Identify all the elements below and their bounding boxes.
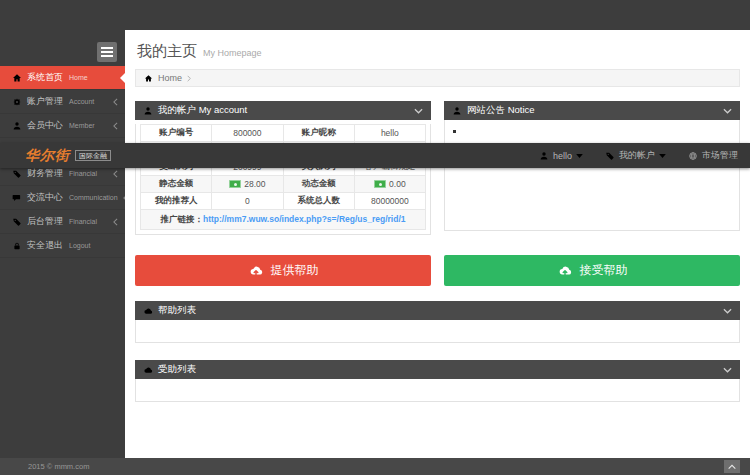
table-cell-value: hello <box>354 125 425 142</box>
promo-link-label: 推广链接： <box>160 214 203 224</box>
account-panel-header[interactable]: 我的帐户 My account <box>135 101 431 120</box>
sidebar-item-sublabel: Financial <box>69 218 97 225</box>
sidebar-item-home[interactable]: 系统首页 Home <box>0 66 125 90</box>
tag-icon <box>12 217 22 227</box>
caret-down-icon <box>576 154 583 158</box>
sidebar-item-sublabel: Financial <box>69 170 97 177</box>
tag-icon <box>12 169 22 179</box>
chevron-down-icon <box>723 367 732 373</box>
table-cell-label: 动态金额 <box>283 176 354 193</box>
sidebar-item-logout[interactable]: 安全退出 Logout <box>0 234 125 258</box>
sidebar-item-label: 财务管理 <box>27 167 63 180</box>
chevron-left-icon <box>113 170 118 178</box>
user-icon <box>539 151 549 161</box>
navbar-item-label: hello <box>553 151 572 161</box>
chevron-right-icon <box>187 75 191 82</box>
aided-list-panel: 受助列表 <box>135 360 740 402</box>
logo-tagline: 国际金融 <box>75 150 111 161</box>
cloud-icon <box>143 306 153 316</box>
chevron-left-icon <box>113 98 118 106</box>
table-cell-value: 28.00 <box>212 176 283 193</box>
globe-icon <box>688 151 698 161</box>
table-cell-label: 系统总人数 <box>283 193 354 210</box>
provide-help-button[interactable]: 提供帮助 <box>135 255 431 286</box>
table-cell-label: 账户昵称 <box>283 125 354 142</box>
table-cell-value: 0 <box>212 193 283 210</box>
sidebar-item-label: 会员中心 <box>27 119 63 132</box>
chevron-up-icon <box>728 464 736 470</box>
page-header: 我的主页 My Homepage <box>137 42 740 61</box>
aided-list-title: 受助列表 <box>158 363 196 376</box>
gear-icon <box>12 97 22 107</box>
navbar-account-menu[interactable]: 我的帐户 <box>605 149 666 162</box>
navbar-market-link[interactable]: 市场管理 <box>688 149 738 162</box>
navbar-user-menu[interactable]: hello <box>539 151 583 161</box>
navbar-item-label: 市场管理 <box>702 149 738 162</box>
table-cell-value: 80000000 <box>354 193 425 210</box>
sidebar-item-backend[interactable]: 后台管理 Financial <box>0 210 125 234</box>
sidebar-item-label: 交流中心 <box>27 191 63 204</box>
copyright-text: 2015 © mmm.com <box>28 462 89 471</box>
chevron-down-icon <box>723 108 732 114</box>
sidebar-item-sublabel: Member <box>69 122 95 129</box>
sidebar-item-label: 安全退出 <box>27 239 63 252</box>
site-logo: 华尔街 国际金融 <box>25 147 111 165</box>
chevron-down-icon <box>723 308 732 314</box>
table-cell-label: 账户编号 <box>141 125 212 142</box>
sidebar-item-sublabel: Logout <box>69 242 90 249</box>
chevron-left-icon <box>113 218 118 226</box>
footer: 2015 © mmm.com <box>0 458 750 475</box>
account-panel: 我的帐户 My account 账户编号 800000 账户昵称 hello <box>135 101 431 235</box>
main-content: 我的主页 My Homepage Home 我的帐户 My account 账户… <box>125 30 750 458</box>
money-icon <box>374 180 386 188</box>
referral-link[interactable]: http://mm7.wuw.so/index.php?s=/Reg/us_re… <box>203 214 406 224</box>
logo-text: 华尔街 <box>25 147 70 165</box>
sidebar-item-sublabel: Communication <box>69 194 118 201</box>
user-icon <box>143 106 153 116</box>
table-row: 账户编号 800000 账户昵称 hello <box>141 125 426 142</box>
sidebar-item-member[interactable]: 会员中心 Member <box>0 114 125 138</box>
account-table: 账户编号 800000 账户昵称 hello 支出队列 <box>140 124 426 230</box>
aided-list-header[interactable]: 受助列表 <box>135 360 740 379</box>
scroll-top-button[interactable] <box>724 460 740 473</box>
navbar-item-label: 我的帐户 <box>619 149 655 162</box>
table-row: 静态金额 28.00 动态金额 0.00 <box>141 176 426 193</box>
navbar-menu: hello 我的帐户 市场管理 <box>539 149 738 162</box>
home-icon <box>12 73 22 83</box>
menu-toggle-button[interactable] <box>97 42 117 62</box>
table-row-promo: 推广链接：http://mm7.wuw.so/index.php?s=/Reg/… <box>141 210 426 230</box>
sidebar-item-label: 账户管理 <box>27 95 63 108</box>
button-label: 接受帮助 <box>580 262 628 279</box>
home-icon <box>144 74 153 83</box>
breadcrumb: Home <box>135 69 740 87</box>
cloud-upload-icon <box>557 264 573 277</box>
cloud-icon <box>143 365 153 375</box>
user-icon <box>12 121 22 131</box>
notice-panel-title: 网站公告 Notice <box>467 104 535 117</box>
notice-panel-body <box>444 120 740 231</box>
page-title: 我的主页 <box>137 42 197 61</box>
chevron-left-icon <box>113 122 118 130</box>
sidebar-item-label: 系统首页 <box>27 71 63 84</box>
sidebar-item-sublabel: Account <box>69 98 94 105</box>
aided-list-body <box>135 379 740 402</box>
notice-bullet <box>453 130 456 133</box>
caret-down-icon <box>659 154 666 158</box>
sidebar-item-sublabel: Home <box>69 74 88 81</box>
table-row: 我的推荐人 0 系统总人数 80000000 <box>141 193 426 210</box>
page-subtitle: My Homepage <box>203 48 262 58</box>
sidebar-item-account[interactable]: 账户管理 Account <box>0 90 125 114</box>
table-cell-value: 0.00 <box>354 176 425 193</box>
accept-help-button[interactable]: 接受帮助 <box>444 255 740 286</box>
notice-panel-header[interactable]: 网站公告 Notice <box>444 101 740 120</box>
help-list-header[interactable]: 帮助列表 <box>135 301 740 320</box>
lock-icon <box>12 241 22 251</box>
sidebar-item-communication[interactable]: 交流中心 Communication <box>0 186 125 210</box>
button-label: 提供帮助 <box>271 262 319 279</box>
sidebar: 系统首页 Home 账户管理 Account 会员中心 Member 财务管理 … <box>0 0 125 458</box>
user-icon <box>452 106 462 116</box>
cloud-upload-icon <box>248 264 264 277</box>
breadcrumb-home-link[interactable]: Home <box>158 73 182 83</box>
account-panel-title: 我的帐户 My account <box>158 104 247 117</box>
sidebar-item-label: 后台管理 <box>27 215 63 228</box>
